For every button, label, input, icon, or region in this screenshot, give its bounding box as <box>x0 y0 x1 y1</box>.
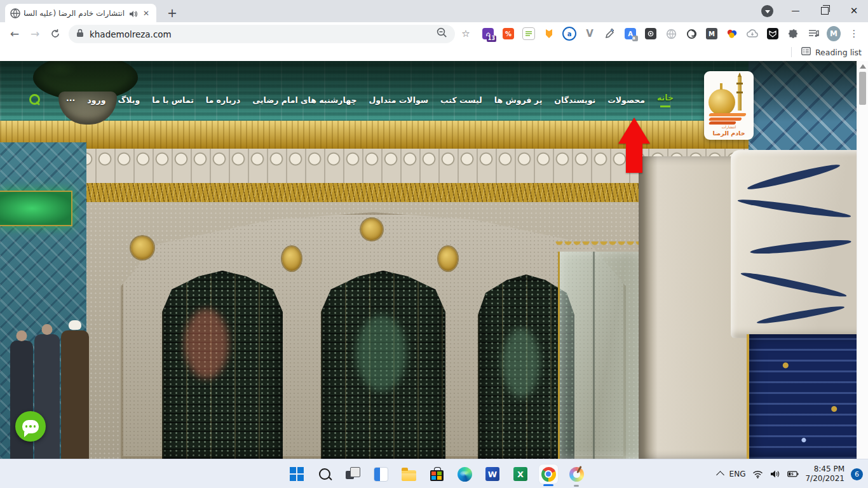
zoom-out-icon[interactable] <box>437 27 447 41</box>
extensions-row: ⌂13 % a V Aa M M ⋮ <box>478 27 864 41</box>
person-head <box>42 324 53 335</box>
browser-tab[interactable]: انتشارات خادم الرضا (عليه السلا ✕ <box>5 4 156 22</box>
taskbar-icons: W X <box>287 459 586 488</box>
grille-reflection <box>184 309 229 379</box>
excel-icon: X <box>513 467 527 481</box>
calligraphy-stroke <box>747 161 841 193</box>
word-icon: W <box>485 467 499 481</box>
widgets-button[interactable] <box>371 464 390 484</box>
purple-tag-extension-icon[interactable]: ⌂13 <box>481 27 495 41</box>
wifi-icon[interactable] <box>752 469 763 479</box>
extensions-puzzle-icon[interactable] <box>786 27 800 41</box>
chrome-button[interactable] <box>539 464 558 484</box>
battery-icon[interactable] <box>787 469 799 479</box>
back-button[interactable]: ← <box>6 25 23 42</box>
system-tray: ENG 8:45 PM 7/20/2021 6 <box>717 459 863 488</box>
nav-item-blog[interactable]: وبلاگ <box>118 95 140 105</box>
menu-kebab-icon[interactable]: ⋮ <box>847 27 861 41</box>
m-extension-icon[interactable]: M <box>705 27 719 41</box>
file-explorer-button[interactable] <box>399 464 418 484</box>
nav-item-products[interactable]: محصولات <box>607 95 645 105</box>
excel-button[interactable]: X <box>511 464 530 484</box>
microsoft-store-button[interactable] <box>427 464 446 484</box>
cloud-download-extension-icon[interactable] <box>745 27 759 41</box>
nav-item-contact[interactable]: تماس با ما <box>152 95 194 105</box>
cleric-silhouette <box>61 330 89 459</box>
tab-title: انتشارات خادم الرضا (عليه السلا <box>24 9 125 18</box>
v-extension-icon[interactable]: V <box>583 27 597 41</box>
coupon-extension-icon[interactable]: % <box>501 27 515 41</box>
logo-waves <box>709 113 746 126</box>
windows-logo-icon <box>290 467 304 481</box>
blue-ornate-panel <box>747 334 868 459</box>
search-icon <box>319 468 330 480</box>
webpage-viewport: خانه محصولات نویسندگان پر فروش ها لیست ک… <box>0 61 868 459</box>
site-logo[interactable]: انتشارات خادم الرضا <box>704 71 754 140</box>
restore-icon <box>821 7 829 15</box>
notification-badge[interactable]: 6 <box>851 468 863 480</box>
lock-icon[interactable] <box>76 28 84 40</box>
translate-extension-icon[interactable]: Aa <box>623 27 637 41</box>
chat-widget-button[interactable] <box>15 411 46 442</box>
address-bar[interactable]: khademolreza.com <box>69 25 455 43</box>
tab-audio-icon[interactable] <box>128 9 137 18</box>
start-button[interactable] <box>287 464 306 484</box>
restore-button[interactable] <box>811 0 839 21</box>
close-button[interactable]: ✕ <box>840 0 868 21</box>
edge-button[interactable] <box>455 464 474 484</box>
chat-bubble-icon <box>22 420 39 433</box>
nav-item-login[interactable]: ورود <box>87 95 105 105</box>
word-button[interactable]: W <box>483 464 502 484</box>
notes-extension-icon[interactable] <box>522 27 536 41</box>
colorpicker-extension-icon[interactable] <box>603 27 617 41</box>
spheres-extension-icon[interactable] <box>725 27 739 41</box>
logo-text: خادم الرضا <box>704 130 754 137</box>
page-scrollbar[interactable] <box>857 61 868 459</box>
nav-item-book-list[interactable]: لیست کتب <box>440 95 482 105</box>
tray-date: 7/20/2021 <box>805 474 844 484</box>
nav-item-bestsellers[interactable]: پر فروش ها <box>494 95 543 105</box>
chevron-down-icon <box>765 10 770 13</box>
grille-reflection <box>502 328 540 398</box>
fox-extension-icon[interactable] <box>542 27 556 41</box>
amazon-assistant-extension-icon[interactable]: a <box>562 27 576 41</box>
gold-medallion <box>361 219 383 240</box>
reload-button[interactable] <box>47 25 64 42</box>
nav-item-more[interactable]: ··· <box>66 95 75 105</box>
scrollbar-thumb[interactable] <box>859 72 866 105</box>
nav-item-faq[interactable]: سوالات متداول <box>369 95 428 105</box>
arrow-shaft <box>626 144 642 173</box>
tray-chevron-icon[interactable] <box>716 471 724 479</box>
tab-search-button[interactable] <box>761 5 773 17</box>
chrome-icon <box>541 467 556 482</box>
reading-list-button[interactable]: Reading list <box>791 47 862 57</box>
nav-item-authors[interactable]: نویسندگان <box>554 95 595 105</box>
site-search-icon[interactable] <box>27 94 40 107</box>
grille-reflection <box>356 315 407 391</box>
language-indicator[interactable]: ENG <box>729 470 746 478</box>
clock[interactable]: 8:45 PM 7/20/2021 <box>805 464 844 484</box>
nav-item-home[interactable]: خانه <box>657 93 674 107</box>
screen-recorder-extension-icon[interactable] <box>644 27 658 41</box>
minimize-button[interactable]: — <box>782 0 810 21</box>
tab-close-icon[interactable]: ✕ <box>141 8 151 18</box>
url-text[interactable]: khademolreza.com <box>90 29 431 39</box>
volume-icon[interactable] <box>770 469 781 479</box>
browser-titlebar: انتشارات خادم الرضا (عليه السلا ✕ + — ✕ <box>0 0 868 22</box>
taskbar-search-button[interactable] <box>315 464 334 484</box>
forward-button[interactable]: → <box>27 25 43 42</box>
bookmark-star-icon[interactable]: ☆ <box>458 25 474 42</box>
nav-item-wednesdays[interactable]: چهارشنبه های امام رضایی <box>252 95 356 105</box>
calligraphy-stroke <box>740 269 848 299</box>
globe-extension-icon[interactable] <box>664 27 678 41</box>
media-controls-icon[interactable] <box>806 27 820 41</box>
nav-item-about[interactable]: درباره ما <box>206 95 240 105</box>
new-tab-button[interactable]: + <box>164 5 180 22</box>
paint3d-button[interactable] <box>567 464 586 484</box>
task-view-button[interactable] <box>343 464 362 484</box>
scrollbar-up-arrow[interactable] <box>860 64 866 69</box>
owl-shield-extension-icon[interactable] <box>766 27 780 41</box>
divider <box>791 47 792 57</box>
profile-avatar[interactable]: M <box>827 27 841 41</box>
swirl-extension-icon[interactable] <box>684 27 698 41</box>
